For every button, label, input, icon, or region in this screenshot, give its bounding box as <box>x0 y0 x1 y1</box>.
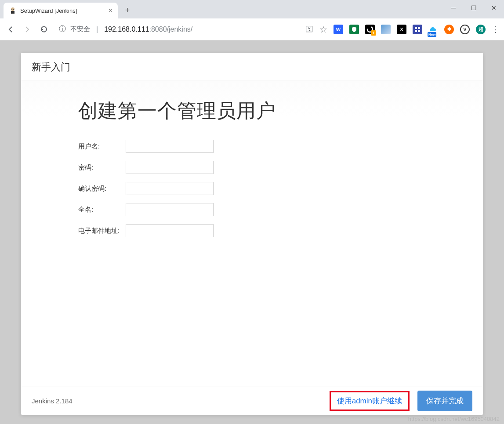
form-row-confirm: 确认密码: <box>78 182 426 195</box>
new-tab-button[interactable]: + <box>121 4 134 16</box>
window-controls: ─ ☐ ✕ <box>443 0 504 16</box>
close-tab-icon[interactable]: × <box>109 7 112 14</box>
continue-as-admin-button[interactable]: 使用admin账户继续 <box>330 391 410 411</box>
extension-icon-v[interactable]: V <box>460 25 470 34</box>
jenkins-version: Jenkins 2.184 <box>32 397 73 405</box>
svg-point-2 <box>11 9 12 10</box>
close-window-button[interactable]: ✕ <box>484 0 504 16</box>
password-input[interactable] <box>126 161 214 174</box>
footer-actions: 使用admin账户继续 保存并完成 <box>330 391 472 411</box>
form-row-email: 电子邮件地址: <box>78 224 426 237</box>
username-input[interactable] <box>126 140 214 153</box>
extension-sphere-icon[interactable] <box>381 25 391 34</box>
divider: | <box>96 25 98 33</box>
bookmark-star-icon[interactable]: ☆ <box>319 24 327 35</box>
url-display: 192.168.0.111:8080/jenkins/ <box>104 25 192 33</box>
form-row-fullname: 全名: <box>78 203 426 216</box>
extension-cloud-icon[interactable]: New <box>428 25 438 34</box>
forward-button[interactable] <box>22 24 33 35</box>
watermark: https://blog.csdn.net/wc1695040842 <box>408 416 500 422</box>
svg-rect-6 <box>418 27 420 29</box>
toolbar-icons: ⚿ ☆ W 1 X New ✱ V 超 ⋮ <box>305 24 499 35</box>
wizard-body: 创建第一个管理员用户 用户名: 密码: 确认密码: 全名: 电子邮件地址: <box>21 80 483 387</box>
browser-menu-icon[interactable]: ⋮ <box>492 25 499 34</box>
fullname-label: 全名: <box>78 206 126 214</box>
badge-new: New <box>428 32 436 37</box>
reload-button[interactable] <box>39 24 49 35</box>
content-area: 新手入门 创建第一个管理员用户 用户名: 密码: 确认密码: 全名: 电子邮 <box>0 40 504 424</box>
wizard-footer: Jenkins 2.184 使用admin账户继续 保存并完成 <box>21 387 483 415</box>
svg-rect-7 <box>415 30 417 32</box>
tab-bar: SetupWizard [Jenkins] × + ─ ☐ ✕ <box>0 0 504 18</box>
fullname-input[interactable] <box>126 203 214 216</box>
email-label: 电子邮件地址: <box>78 227 126 235</box>
svg-point-3 <box>13 9 14 10</box>
wizard-header: 新手入门 <box>21 53 483 80</box>
setup-wizard-card: 新手入门 创建第一个管理员用户 用户名: 密码: 确认密码: 全名: 电子邮 <box>21 53 483 415</box>
extension-icon-swoosh[interactable]: 1 <box>365 25 375 34</box>
save-and-finish-button[interactable]: 保存并完成 <box>417 391 472 411</box>
page-title: 创建第一个管理员用户 <box>78 98 426 124</box>
security-status: 不安全 <box>70 25 90 33</box>
browser-tab[interactable]: SetupWizard [Jenkins] × <box>4 3 118 18</box>
form-row-password: 密码: <box>78 161 426 174</box>
confirm-password-label: 确认密码: <box>78 185 126 193</box>
maximize-button[interactable]: ☐ <box>464 0 484 16</box>
browser-toolbar: ⓘ 不安全 | 192.168.0.111:8080/jenkins/ ⚿ ☆ … <box>0 18 504 40</box>
back-button[interactable] <box>5 24 16 35</box>
extension-sun-icon[interactable]: ✱ <box>444 25 454 34</box>
browser-chrome: SetupWizard [Jenkins] × + ─ ☐ ✕ ⓘ 不安全 | … <box>0 0 504 40</box>
extension-grid-icon[interactable] <box>413 25 422 34</box>
svg-rect-5 <box>415 27 417 29</box>
tab-title: SetupWizard [Jenkins] <box>20 7 105 14</box>
jenkins-favicon-icon <box>9 7 17 14</box>
email-input[interactable] <box>126 224 214 237</box>
password-label: 密码: <box>78 163 126 172</box>
username-label: 用户名: <box>78 142 126 151</box>
profile-avatar[interactable]: 超 <box>476 25 486 34</box>
confirm-password-input[interactable] <box>126 182 214 195</box>
key-icon[interactable]: ⚿ <box>305 25 313 34</box>
address-bar[interactable]: ⓘ 不安全 | 192.168.0.111:8080/jenkins/ <box>55 25 299 34</box>
badge-count: 1 <box>371 30 376 36</box>
svg-rect-8 <box>418 30 420 32</box>
extension-shield-icon[interactable] <box>349 25 359 34</box>
form-row-username: 用户名: <box>78 140 426 153</box>
extension-icon-x[interactable]: X <box>397 25 406 34</box>
info-icon[interactable]: ⓘ <box>59 25 66 34</box>
minimize-button[interactable]: ─ <box>443 0 464 16</box>
svg-rect-1 <box>11 11 15 14</box>
extension-icon-w[interactable]: W <box>334 25 343 34</box>
